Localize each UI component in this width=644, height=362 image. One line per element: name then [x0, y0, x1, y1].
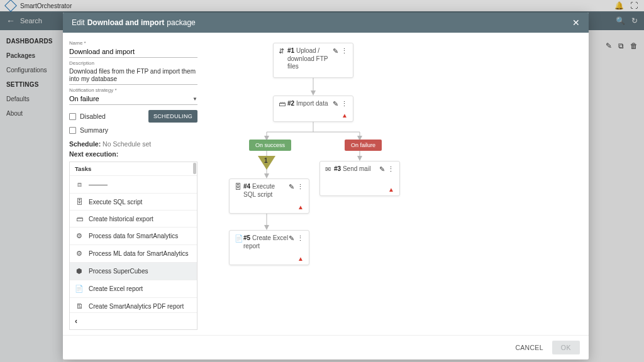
summary-label: Summary [80, 126, 108, 134]
name-label: Name * [69, 40, 197, 46]
task-icon: ⚙ [75, 250, 84, 258]
more-icon[interactable]: ⋮ [387, 165, 394, 173]
task-icon: 🗃 [75, 215, 84, 222]
description-input[interactable]: Download files from the FTP and import t… [69, 66, 197, 85]
warning-icon: ▲ [297, 255, 304, 262]
task-item[interactable]: ⧈——— [70, 175, 197, 193]
ok-button[interactable]: OK [552, 341, 580, 354]
node-import[interactable]: 🗃 #2 Import data ✎⋮ ▲ [273, 96, 353, 122]
modal-title-suffix: package [167, 18, 195, 27]
notification-value [69, 93, 192, 104]
more-icon[interactable]: ⋮ [341, 47, 348, 55]
notification-label: Notification strategy * [69, 87, 197, 93]
svg-marker-6 [264, 173, 269, 178]
task-item[interactable]: 🗄Execute SQL script [70, 193, 197, 210]
tasks-panel: Tasks ⧈———🗄Execute SQL script🗃Create his… [69, 162, 197, 330]
chevron-left-icon[interactable]: ‹ [75, 317, 77, 326]
tasks-footer: ‹ [70, 312, 197, 329]
scheduling-button[interactable]: SCHEDULING [148, 110, 197, 123]
more-icon[interactable]: ⋮ [341, 100, 348, 108]
task-item[interactable]: ⚙Process data for SmartAnalytics [70, 227, 197, 244]
task-label: Create Excel report [89, 285, 143, 292]
form-panel: Name * Description Download files from t… [63, 33, 204, 335]
more-icon[interactable]: ⋮ [297, 234, 304, 243]
node-excel[interactable]: 📄 #5 Create Excel report ✎⋮ ▲ [229, 230, 309, 265]
edit-icon[interactable]: ✎ [289, 234, 294, 243]
task-icon: ⚙ [75, 232, 84, 240]
edit-icon[interactable]: ✎ [333, 100, 338, 108]
svg-marker-8 [357, 156, 362, 161]
sql-icon: 🗄 [235, 183, 243, 190]
chevron-down-icon: ▼ [192, 96, 197, 102]
task-icon: 🖻 [75, 302, 84, 310]
next-execution-line: Next execution: [69, 150, 197, 158]
task-icon: ⧈ [75, 180, 84, 189]
warning-icon: ▲ [341, 112, 348, 119]
edit-package-modal: Edit Download and import package ✕ Name … [63, 13, 589, 359]
edit-icon[interactable]: ✎ [379, 165, 385, 173]
node-sql[interactable]: 🗄 #4 Execute SQL script ✎⋮ ▲ [229, 178, 309, 214]
task-icon: 📄 [75, 285, 84, 293]
modal-title-main: Download and import [87, 18, 165, 27]
task-icon: 🗄 [75, 198, 84, 206]
task-label: Process SuperCubes [89, 268, 148, 275]
summary-checkbox[interactable] [69, 127, 76, 134]
task-label: ——— [89, 181, 108, 188]
task-item[interactable]: ⬢Process SuperCubes [70, 262, 197, 280]
disabled-checkbox[interactable] [69, 113, 76, 120]
warning-icon: ▲ [388, 186, 394, 193]
modal-header: Edit Download and import package ✕ [63, 13, 589, 33]
edit-icon[interactable]: ✎ [289, 183, 294, 191]
schedule-line: Schedule: No Schedule set [69, 140, 197, 148]
task-label: Process data for SmartAnalytics [89, 233, 178, 239]
task-item[interactable]: 📄Create Excel report [70, 280, 197, 297]
task-label: Create historical export [89, 216, 153, 222]
tasks-scrollbar[interactable] [193, 163, 196, 174]
workflow-diagram[interactable]: ⇵ #1 Upload / download FTP files ✎⋮ 🗃 #2… [204, 33, 589, 335]
disabled-label: Disabled [80, 112, 106, 120]
task-item[interactable]: 🖻Create SmartAnalytics PDF report [70, 297, 197, 312]
mail-icon: ✉ [325, 165, 334, 173]
node-sendmail[interactable]: ✉ #3 Send mail ✎⋮ ▲ [319, 161, 400, 196]
badge-on-success: On success [249, 140, 291, 151]
cancel-button[interactable]: CANCEL [515, 344, 543, 351]
excel-icon: 📄 [235, 234, 243, 243]
notification-select[interactable]: ▼ [69, 93, 197, 105]
funnel-icon: 1 [258, 156, 275, 170]
svg-marker-10 [264, 225, 269, 230]
warning-icon: ▲ [297, 204, 304, 211]
task-label: Execute SQL script [89, 199, 142, 206]
tasks-header: Tasks [70, 162, 197, 175]
modal-footer: CANCEL OK [63, 335, 589, 359]
close-icon[interactable]: ✕ [572, 18, 580, 28]
task-icon: ⬢ [75, 267, 84, 275]
edit-icon[interactable]: ✎ [333, 47, 338, 55]
task-item[interactable]: 🗃Create historical export [70, 210, 197, 227]
upload-download-icon: ⇵ [279, 47, 287, 55]
task-label: Process ML data for SmartAnalytics [89, 250, 189, 257]
modal-title-prefix: Edit [72, 18, 85, 27]
task-label: Create SmartAnalytics PDF report [89, 303, 184, 310]
database-icon: 🗃 [279, 100, 287, 107]
task-item[interactable]: ⚙Process ML data for SmartAnalytics [70, 244, 197, 262]
badge-on-failure: On failure [345, 140, 382, 151]
description-label: Description [69, 60, 197, 66]
svg-marker-1 [311, 90, 316, 96]
more-icon[interactable]: ⋮ [297, 183, 304, 191]
name-input[interactable] [69, 46, 197, 58]
node-upload[interactable]: ⇵ #1 Upload / download FTP files ✎⋮ [273, 43, 353, 78]
